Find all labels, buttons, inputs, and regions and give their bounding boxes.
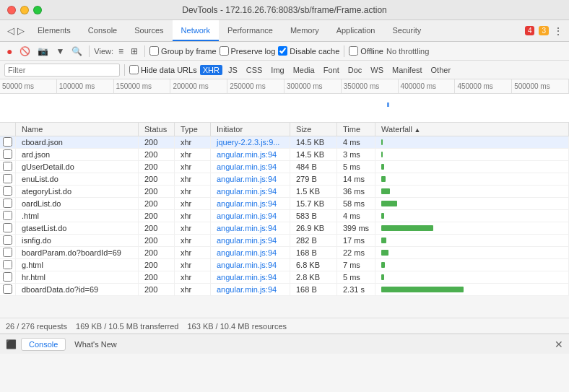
row-checkbox[interactable]	[3, 248, 12, 257]
row-initiator[interactable]: angular.min.js:94	[211, 161, 290, 173]
col-header-time[interactable]: Time	[337, 123, 375, 136]
timeline-waterfall	[0, 94, 569, 123]
filter-media-button[interactable]: Media	[290, 65, 318, 75]
tab-application[interactable]: Application	[328, 20, 384, 41]
col-header-status[interactable]: Status	[139, 123, 175, 136]
hide-data-urls-checkbox[interactable]	[129, 65, 139, 74]
grid-view-button[interactable]: ⊞	[129, 45, 140, 57]
tab-console[interactable]: Console	[79, 20, 126, 41]
clear-button[interactable]: 🚫	[17, 45, 32, 57]
row-checkbox[interactable]	[3, 235, 12, 245]
table-row[interactable]: oardList.do200xhrangular.min.js:9415.7 K…	[0, 198, 569, 210]
resources-size: 163 KB / 10.4 MB resources	[187, 322, 287, 331]
screenshot-button[interactable]: 📷	[35, 45, 51, 57]
offline-checkbox[interactable]	[349, 46, 358, 56]
minimize-button[interactable]	[20, 6, 29, 14]
network-table-container[interactable]: Name Status Type Initiator Size Time Wat…	[0, 123, 569, 318]
row-checkbox[interactable]	[3, 162, 12, 171]
col-header-initiator[interactable]: Initiator	[211, 123, 290, 136]
table-row[interactable]: dboardData.do?id=69200xhrangular.min.js:…	[0, 284, 569, 296]
row-initiator[interactable]: angular.min.js:94	[211, 198, 290, 210]
row-initiator[interactable]: angular.min.js:94	[211, 222, 290, 235]
col-header-size[interactable]: Size	[290, 123, 337, 136]
filter-manifest-button[interactable]: Manifest	[389, 65, 425, 75]
tab-security[interactable]: Security	[383, 20, 430, 41]
row-status: 200	[139, 210, 175, 222]
tab-performance[interactable]: Performance	[219, 20, 282, 41]
record-button[interactable]: ●	[4, 45, 14, 58]
tab-memory[interactable]: Memory	[282, 20, 328, 41]
row-size: 484 B	[290, 161, 337, 173]
table-row[interactable]: g.html200xhrangular.min.js:946.8 KB7 ms	[0, 259, 569, 271]
tab-elements[interactable]: Elements	[29, 20, 79, 41]
back-icon[interactable]: ◁	[7, 25, 14, 36]
bottom-tab-whats-new[interactable]: What's New	[67, 339, 123, 350]
tab-network[interactable]: Network	[173, 20, 219, 41]
row-checkbox[interactable]	[3, 223, 12, 232]
row-initiator[interactable]: angular.min.js:94	[211, 259, 290, 271]
row-checkbox[interactable]	[3, 186, 12, 196]
search-button[interactable]: 🔍	[69, 45, 84, 57]
row-checkbox[interactable]	[3, 174, 12, 183]
tab-sources[interactable]: Sources	[126, 20, 172, 41]
filter-doc-button[interactable]: Doc	[345, 65, 365, 75]
col-header-name[interactable]: Name	[16, 123, 139, 136]
offline-label[interactable]: Offline	[349, 46, 383, 56]
row-initiator[interactable]: angular.min.js:94	[211, 235, 290, 247]
table-row[interactable]: boardParam.do?boardId=69200xhrangular.mi…	[0, 247, 569, 259]
table-row[interactable]: cboard.json200xhrjquery-2.2.3.js:9...14.…	[0, 136, 569, 149]
preserve-log-label[interactable]: Preserve log	[220, 46, 276, 56]
filter-xhr-button[interactable]: XHR	[200, 65, 222, 75]
table-row[interactable]: .html200xhrangular.min.js:94583 B4 ms	[0, 210, 569, 222]
group-by-frame-label[interactable]: Group by frame	[149, 46, 216, 56]
row-checkbox[interactable]	[3, 199, 12, 208]
filter-other-button[interactable]: Other	[428, 65, 454, 75]
row-initiator[interactable]: jquery-2.2.3.js:9...	[211, 136, 290, 149]
table-row[interactable]: ard.json200xhrangular.min.js:9414.5 KB3 …	[0, 149, 569, 161]
disable-cache-checkbox[interactable]	[278, 46, 287, 56]
filter-ws-button[interactable]: WS	[368, 65, 386, 75]
table-row[interactable]: isnfig.do200xhrangular.min.js:94282 B17 …	[0, 235, 569, 247]
row-initiator[interactable]: angular.min.js:94	[211, 247, 290, 259]
bottom-close-button[interactable]: ✕	[555, 339, 563, 350]
filter-js-button[interactable]: JS	[225, 65, 240, 75]
table-row[interactable]: gtasetList.do200xhrangular.min.js:9426.9…	[0, 222, 569, 235]
row-checkbox[interactable]	[3, 149, 12, 159]
error-badge: 4	[525, 26, 535, 35]
row-checkbox[interactable]	[3, 260, 12, 269]
disable-cache-label[interactable]: Disable cache	[278, 46, 339, 56]
row-checkbox[interactable]	[3, 272, 12, 282]
col-header-type[interactable]: Type	[175, 123, 211, 136]
hide-data-urls-label[interactable]: Hide data URLs	[129, 65, 197, 74]
row-checkbox[interactable]	[3, 211, 12, 220]
list-view-button[interactable]: ≡	[116, 45, 126, 57]
group-by-frame-checkbox[interactable]	[149, 46, 159, 56]
table-row[interactable]: ategoryList.do200xhrangular.min.js:941.5…	[0, 186, 569, 198]
filter-button[interactable]: ▼	[53, 45, 66, 57]
row-initiator[interactable]: angular.min.js:94	[211, 149, 290, 161]
filter-input[interactable]	[4, 64, 120, 77]
maximize-button[interactable]	[33, 6, 42, 14]
row-initiator[interactable]: angular.min.js:94	[211, 186, 290, 198]
more-icon[interactable]: ⋮	[553, 25, 563, 37]
row-initiator[interactable]: angular.min.js:94	[211, 271, 290, 284]
filter-css-button[interactable]: CSS	[243, 65, 266, 75]
table-row[interactable]: enuList.do200xhrangular.min.js:94279 B14…	[0, 173, 569, 186]
forward-icon[interactable]: ▷	[17, 25, 25, 36]
col-header-waterfall[interactable]: Waterfall	[375, 123, 569, 136]
throttling-select[interactable]: No throttling	[386, 47, 429, 56]
table-row[interactable]: hr.html200xhrangular.min.js:942.8 KB5 ms	[0, 271, 569, 284]
row-initiator[interactable]: angular.min.js:94	[211, 210, 290, 222]
col-header-check[interactable]	[0, 123, 16, 136]
row-checkbox[interactable]	[3, 284, 12, 294]
row-initiator[interactable]: angular.min.js:94	[211, 284, 290, 296]
bottom-tab-console[interactable]: Console	[21, 338, 66, 351]
filter-img-button[interactable]: Img	[268, 65, 287, 75]
close-button[interactable]	[7, 6, 16, 14]
preserve-log-checkbox[interactable]	[220, 46, 229, 56]
nav-icons: ◁ ▷	[3, 20, 29, 41]
table-row[interactable]: gUserDetail.do200xhrangular.min.js:94484…	[0, 161, 569, 173]
filter-font-button[interactable]: Font	[321, 65, 342, 75]
row-checkbox[interactable]	[3, 137, 12, 147]
row-initiator[interactable]: angular.min.js:94	[211, 173, 290, 186]
